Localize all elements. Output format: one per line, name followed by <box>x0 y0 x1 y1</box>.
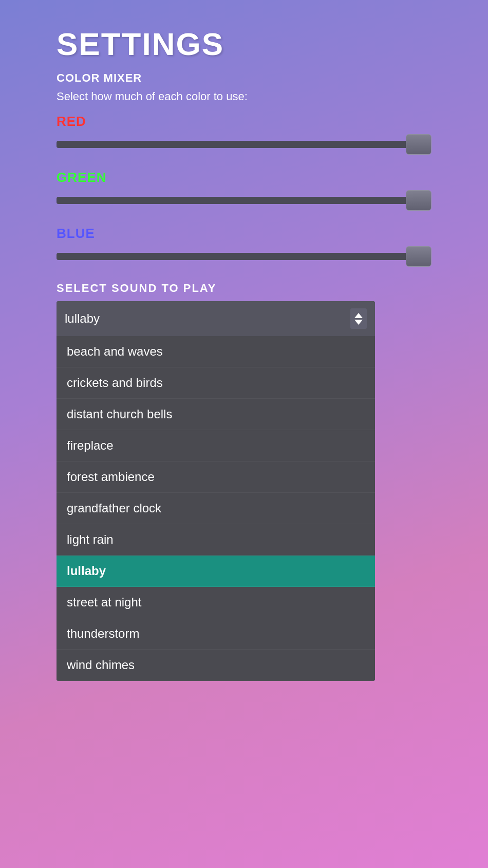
dropdown-item[interactable]: grandfather clock <box>57 493 375 524</box>
dropdown-item[interactable]: wind chimes <box>57 650 375 681</box>
red-slider-thumb[interactable] <box>406 134 431 155</box>
color-mixer-description: Select how much of each color to use: <box>57 90 431 103</box>
blue-slider-wrapper[interactable] <box>57 247 431 266</box>
green-slider-container <box>57 191 431 210</box>
blue-slider-track <box>57 253 431 260</box>
red-label: RED <box>57 114 431 130</box>
green-slider-track <box>57 197 431 204</box>
dropdown-item[interactable]: light rain <box>57 524 375 556</box>
red-slider-wrapper[interactable] <box>57 135 431 154</box>
blue-slider-thumb[interactable] <box>406 246 431 267</box>
red-slider-track <box>57 141 431 148</box>
sound-select-box[interactable]: lullaby beach and wavescrickets and bird… <box>57 301 375 681</box>
sound-select-header[interactable]: lullaby <box>57 301 375 336</box>
dropdown-item[interactable]: lullaby <box>57 556 375 587</box>
green-label: GREEN <box>57 170 431 186</box>
dropdown-item[interactable]: beach and waves <box>57 336 375 367</box>
dropdown-item[interactable]: distant church bells <box>57 399 375 430</box>
green-slider-wrapper[interactable] <box>57 191 431 210</box>
arrow-up-icon <box>354 313 363 318</box>
color-mixer-section: COLOR MIXER Select how much of each colo… <box>57 71 431 266</box>
page-title: SETTINGS <box>57 26 431 62</box>
sound-select-arrows[interactable] <box>350 308 367 329</box>
blue-label: BLUE <box>57 226 431 242</box>
dropdown-item[interactable]: crickets and birds <box>57 367 375 399</box>
dropdown-item[interactable]: street at night <box>57 587 375 618</box>
arrow-down-icon <box>354 320 363 325</box>
color-mixer-label: COLOR MIXER <box>57 71 431 85</box>
dropdown-item[interactable]: fireplace <box>57 430 375 461</box>
sound-selected-value: lullaby <box>65 311 100 326</box>
green-slider-thumb[interactable] <box>406 190 431 211</box>
blue-slider-container <box>57 247 431 266</box>
dropdown-item[interactable]: thunderstorm <box>57 618 375 650</box>
dropdown-item[interactable]: forest ambience <box>57 461 375 493</box>
sound-section-label: SELECT SOUND TO PLAY <box>57 282 431 295</box>
red-slider-container <box>57 135 431 154</box>
sound-section: SELECT SOUND TO PLAY lullaby beach and w… <box>57 282 431 681</box>
sound-dropdown-list: beach and wavescrickets and birdsdistant… <box>57 336 375 681</box>
